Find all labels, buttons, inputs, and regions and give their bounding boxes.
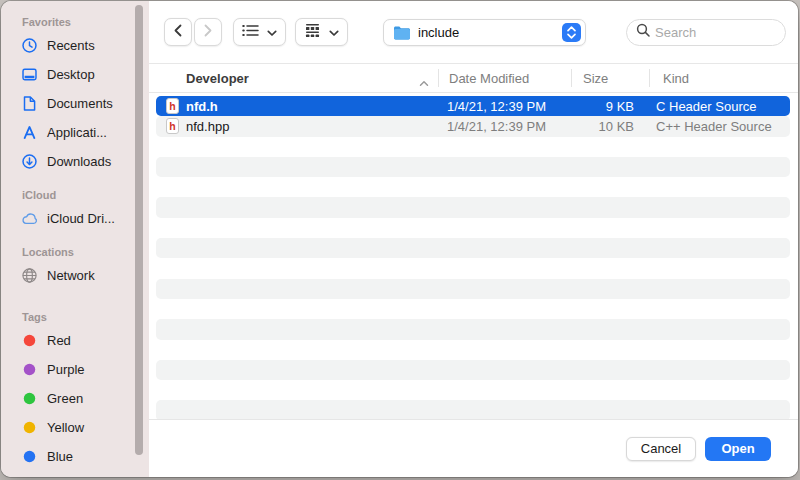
file-row-nfd-hpp[interactable]: hnfd.hpp1/4/21, 12:39 PM10 KBC++ Header …	[156, 116, 790, 136]
file-date-modified: 1/4/21, 12:39 PM	[438, 119, 571, 134]
sidebar-item-downloads[interactable]: Downloads	[1, 147, 149, 176]
column-header-name[interactable]: Developer	[149, 64, 438, 92]
open-file-dialog: FavoritesRecentsDesktopDocumentsApplicat…	[1, 1, 798, 477]
sidebar-section-label: Tags	[1, 308, 149, 326]
empty-row	[156, 137, 790, 157]
empty-row	[156, 299, 790, 319]
sidebar-item-applicati[interactable]: Applicati...	[1, 118, 149, 147]
sidebar-item-label: Documents	[47, 96, 113, 111]
file-size: 9 KB	[571, 99, 649, 114]
sidebar-item-yellow[interactable]: Yellow	[1, 413, 149, 442]
toolbar: include	[149, 1, 798, 64]
sidebar-item-label: Applicati...	[47, 125, 107, 140]
sidebar-section-label: Locations	[1, 243, 149, 261]
group-view-popup[interactable]	[295, 18, 348, 46]
sidebar: FavoritesRecentsDesktopDocumentsApplicat…	[1, 1, 149, 477]
globe-icon	[21, 267, 38, 284]
file-date-modified: 1/4/21, 12:39 PM	[438, 99, 571, 114]
list-header: Developer Date Modified Size Kind	[149, 64, 798, 93]
file-name: nfd.hpp	[186, 119, 229, 134]
empty-row	[156, 177, 790, 197]
sidebar-item-all-tags[interactable]: All Tags	[1, 471, 149, 477]
chevron-right-icon	[203, 23, 213, 41]
list-bullets-icon	[242, 23, 259, 41]
sidebar-section-tags: TagsRedPurpleGreenYellowBlueAll Tags	[1, 308, 149, 477]
open-button[interactable]: Open	[705, 437, 771, 461]
sidebar-item-icloud-dri[interactable]: iCloud Dri...	[1, 204, 149, 233]
file-kind: C++ Header Source	[649, 119, 790, 134]
sidebar-item-label: Purple	[47, 362, 85, 377]
sidebar-scrollbar-thumb[interactable]	[135, 5, 143, 455]
chevron-down-icon	[267, 23, 277, 41]
sidebar-item-label: Yellow	[47, 420, 84, 435]
list-view-popup[interactable]	[233, 18, 286, 46]
sidebar-item-label: iCloud Dri...	[47, 211, 115, 226]
tag-dot-icon	[21, 332, 38, 349]
folder-icon	[393, 25, 411, 40]
file-size: 10 KB	[571, 119, 649, 134]
sidebar-item-label: Red	[47, 333, 71, 348]
empty-row	[156, 238, 790, 258]
empty-row	[156, 400, 790, 419]
empty-row	[156, 279, 790, 299]
sidebar-item-red[interactable]: Red	[1, 326, 149, 355]
header-file-icon: h	[166, 118, 179, 134]
search-field[interactable]	[626, 19, 786, 46]
desktop-icon	[21, 66, 38, 83]
sort-ascending-icon	[419, 75, 429, 90]
forward-button[interactable]	[194, 18, 222, 46]
file-list: hnfd.h1/4/21, 12:39 PM9 KBC Header Sourc…	[149, 93, 798, 419]
sidebar-item-documents[interactable]: Documents	[1, 89, 149, 118]
tag-dot-icon	[21, 390, 38, 407]
empty-row	[156, 380, 790, 400]
sidebar-item-label: Downloads	[47, 154, 111, 169]
empty-row	[156, 197, 790, 217]
back-button[interactable]	[164, 18, 192, 46]
sidebar-item-label: Blue	[47, 449, 73, 464]
chevron-left-icon	[173, 23, 183, 41]
cancel-button[interactable]: Cancel	[626, 437, 696, 461]
search-input[interactable]	[655, 25, 777, 40]
file-kind: C Header Source	[649, 99, 790, 114]
empty-row	[156, 340, 790, 360]
tag-dot-icon	[21, 419, 38, 436]
column-header-size[interactable]: Size	[572, 64, 649, 92]
file-name-cell: hnfd.hpp	[156, 118, 438, 134]
sidebar-item-network[interactable]: Network	[1, 261, 149, 290]
empty-row	[156, 319, 790, 339]
sidebar-item-label: Desktop	[47, 67, 95, 82]
sidebar-item-label: Green	[47, 391, 83, 406]
header-file-icon: h	[166, 98, 179, 114]
chevron-down-icon	[329, 23, 339, 41]
sidebar-item-green[interactable]: Green	[1, 384, 149, 413]
popup-stepper-icon	[562, 23, 581, 42]
file-name-cell: hnfd.h	[156, 98, 438, 114]
sidebar-item-purple[interactable]: Purple	[1, 355, 149, 384]
sidebar-sections: FavoritesRecentsDesktopDocumentsApplicat…	[1, 13, 149, 477]
appstore-icon	[21, 124, 38, 141]
empty-row	[156, 258, 790, 278]
sidebar-section-locations: LocationsNetwork	[1, 243, 149, 290]
tag-dot-icon	[21, 361, 38, 378]
download-icon	[21, 153, 38, 170]
sidebar-section-icloud: iCloudiCloud Dri...	[1, 186, 149, 233]
file-name: nfd.h	[186, 99, 218, 114]
sidebar-item-desktop[interactable]: Desktop	[1, 60, 149, 89]
sidebar-section-label: iCloud	[1, 186, 149, 204]
tag-dot-icon	[21, 448, 38, 465]
sidebar-item-blue[interactable]: Blue	[1, 442, 149, 471]
group-view-icon	[304, 23, 321, 41]
empty-row	[156, 218, 790, 238]
current-folder-popup[interactable]: include	[383, 19, 586, 46]
sidebar-section-label: Favorites	[1, 13, 149, 31]
sidebar-item-recents[interactable]: Recents	[1, 31, 149, 60]
document-icon	[21, 95, 38, 112]
column-header-date-modified[interactable]: Date Modified	[439, 64, 571, 92]
empty-row	[156, 360, 790, 380]
content-pane: include Developer Date Modi	[149, 1, 798, 477]
column-header-kind[interactable]: Kind	[650, 64, 798, 92]
file-row-nfd-h[interactable]: hnfd.h1/4/21, 12:39 PM9 KBC Header Sourc…	[156, 96, 790, 116]
cloud-icon	[21, 210, 38, 227]
clock-icon	[21, 37, 38, 54]
current-folder-label: include	[418, 25, 555, 40]
